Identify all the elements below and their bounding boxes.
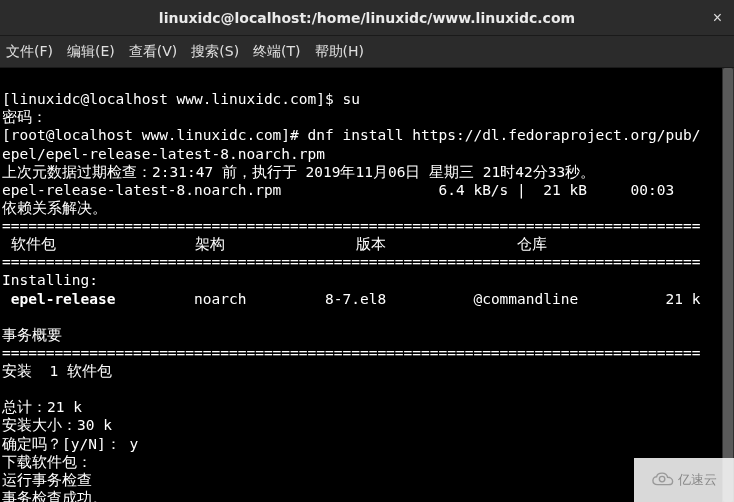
scrollbar[interactable] bbox=[722, 68, 734, 502]
scrollbar-thumb[interactable] bbox=[723, 68, 733, 502]
terminal-divider: ========================================… bbox=[2, 218, 700, 234]
terminal-line: Installing: bbox=[2, 272, 98, 288]
terminal-line: [linuxidc@localhost www.linuxidc.com]$ s… bbox=[2, 91, 360, 107]
titlebar: linuxidc@localhost:/home/linuxidc/www.li… bbox=[0, 0, 734, 36]
terminal-line: 依赖关系解决。 bbox=[2, 200, 107, 216]
cloud-icon bbox=[652, 471, 674, 489]
terminal-line: epel/epel-release-latest-8.noarch.rpm bbox=[2, 146, 325, 162]
close-icon[interactable]: × bbox=[713, 10, 722, 26]
watermark-text: 亿速云 bbox=[678, 471, 717, 489]
terminal-line: 安装大小：30 k bbox=[2, 417, 112, 433]
terminal-divider: ========================================… bbox=[2, 254, 700, 270]
menu-terminal[interactable]: 终端(T) bbox=[253, 43, 300, 61]
terminal-line: epel-release-latest-8.noarch.rpm 6.4 kB/… bbox=[2, 182, 709, 198]
menu-edit[interactable]: 编辑(E) bbox=[67, 43, 115, 61]
menu-view[interactable]: 查看(V) bbox=[129, 43, 178, 61]
terminal-line: 总计：21 k bbox=[2, 399, 82, 415]
menu-file[interactable]: 文件(F) bbox=[6, 43, 53, 61]
terminal-header: 软件包 架构 版本 仓库 大小 bbox=[2, 236, 734, 252]
terminal-line: 事务检查成功。 bbox=[2, 490, 107, 502]
terminal-divider: ========================================… bbox=[2, 345, 700, 361]
menubar: 文件(F) 编辑(E) 查看(V) 搜索(S) 终端(T) 帮助(H) bbox=[0, 36, 734, 68]
terminal-output[interactable]: [linuxidc@localhost www.linuxidc.com]$ s… bbox=[0, 68, 734, 502]
terminal-pkg-rest: noarch 8-7.el8 @commandline 21 k bbox=[116, 291, 701, 307]
terminal-line: [root@localhost www.linuxidc.com]# dnf i… bbox=[2, 127, 700, 143]
watermark: 亿速云 bbox=[634, 458, 734, 502]
terminal-line: 事务概要 bbox=[2, 327, 62, 343]
terminal-line: 运行事务检查 bbox=[2, 472, 92, 488]
menu-help[interactable]: 帮助(H) bbox=[315, 43, 364, 61]
terminal-line: 安装 1 软件包 bbox=[2, 363, 112, 379]
terminal-line: 下载软件包： bbox=[2, 454, 92, 470]
terminal-line: 密码： bbox=[2, 109, 47, 125]
terminal-pkg-name: epel-release bbox=[2, 291, 116, 307]
terminal-line: 确定吗？[y/N]： y bbox=[2, 436, 138, 452]
menu-search[interactable]: 搜索(S) bbox=[191, 43, 239, 61]
window-title: linuxidc@localhost:/home/linuxidc/www.li… bbox=[159, 10, 575, 26]
terminal-line: 上次元数据过期检查：2:31:47 前，执行于 2019年11月06日 星期三 … bbox=[2, 164, 595, 180]
